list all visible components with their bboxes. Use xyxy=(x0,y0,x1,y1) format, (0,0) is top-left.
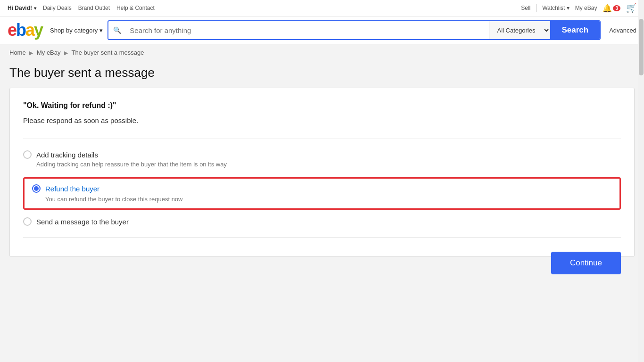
bottom-divider xyxy=(23,237,621,238)
buyer-message-quote: "Ok. Waiting for refund :)" xyxy=(23,101,621,110)
option-add-tracking: Add tracking details Adding tracking can… xyxy=(23,150,621,168)
cart-icon[interactable]: 🛒 xyxy=(626,3,636,13)
shop-by-category[interactable]: Shop by category ▾ xyxy=(50,27,103,34)
scrollbar-track[interactable] xyxy=(638,0,644,274)
ebay-logo[interactable]: ebay xyxy=(8,22,42,39)
radio-dot xyxy=(34,186,39,191)
user-greeting[interactable]: Hi David! ▾ xyxy=(8,5,36,11)
help-contact-link[interactable]: Help & Contact xyxy=(116,5,155,11)
brand-outlet-link[interactable]: Brand Outlet xyxy=(78,5,110,11)
nav-divider xyxy=(536,4,537,12)
option-send-message-row[interactable]: Send a message to the buyer xyxy=(23,217,621,226)
option-refund-buyer-row[interactable]: Refund the buyer xyxy=(32,184,612,193)
greeting-dropdown-arrow: ▾ xyxy=(34,6,36,11)
breadcrumb: Home ▶ My eBay ▶ The buyer sent a messag… xyxy=(0,44,644,61)
my-ebay-link[interactable]: My eBay xyxy=(575,5,597,11)
option-refund-buyer-desc: You can refund the buyer to close this r… xyxy=(45,196,612,203)
breadcrumb-home[interactable]: Home xyxy=(9,49,26,56)
category-select[interactable]: All Categories xyxy=(489,21,550,39)
advanced-search-link[interactable]: Advanced xyxy=(605,27,636,34)
breadcrumb-sep-1: ▶ xyxy=(29,50,33,56)
notification-badge: 3 xyxy=(613,5,620,11)
option-add-tracking-label: Add tracking details xyxy=(36,151,98,159)
greeting-text: Hi David! xyxy=(8,5,32,11)
search-icon: 🔍 xyxy=(113,26,121,34)
search-button[interactable]: Search xyxy=(550,21,600,39)
main-content: "Ok. Waiting for refund :)" Please respo… xyxy=(9,88,635,257)
radio-send-message[interactable] xyxy=(23,217,32,226)
site-header: ebay Shop by category ▾ 🔍 All Categories… xyxy=(0,16,644,44)
watchlist-link[interactable]: Watchlist ▾ xyxy=(542,5,570,11)
option-add-tracking-row[interactable]: Add tracking details xyxy=(23,150,621,159)
top-navigation: Hi David! ▾ Daily Deals Brand Outlet Hel… xyxy=(0,0,644,16)
radio-add-tracking[interactable] xyxy=(23,150,32,159)
logo-y: y xyxy=(34,20,42,40)
logo-text: ebay xyxy=(8,22,42,39)
daily-deals-link[interactable]: Daily Deals xyxy=(43,5,72,11)
top-nav-right: Sell Watchlist ▾ My eBay 🔔 3 🛒 xyxy=(521,3,636,13)
search-input[interactable] xyxy=(126,21,489,39)
breadcrumb-my-ebay[interactable]: My eBay xyxy=(37,49,61,56)
option-add-tracking-desc: Adding tracking can help reassure the bu… xyxy=(36,161,621,168)
radio-refund-buyer[interactable] xyxy=(32,184,41,193)
logo-b: b xyxy=(16,20,25,40)
breadcrumb-sep-2: ▶ xyxy=(64,50,68,56)
section-divider xyxy=(23,139,621,139)
logo-a: a xyxy=(25,20,34,40)
respond-text: Please respond as soon as possible. xyxy=(23,116,621,124)
top-nav-left: Hi David! ▾ Daily Deals Brand Outlet Hel… xyxy=(8,5,155,11)
option-refund-buyer: Refund the buyer You can refund the buye… xyxy=(23,177,621,210)
option-send-message: Send a message to the buyer xyxy=(23,217,621,226)
continue-button[interactable]: Continue xyxy=(551,252,621,274)
breadcrumb-current: The buyer sent a message xyxy=(72,49,144,56)
option-send-message-label: Send a message to the buyer xyxy=(36,218,129,226)
page-title: The buyer sent a message xyxy=(0,61,644,88)
scrollbar-thumb[interactable] xyxy=(639,19,644,75)
option-refund-buyer-label[interactable]: Refund the buyer xyxy=(45,185,99,193)
bell-icon: 🔔 xyxy=(603,4,612,13)
shop-by-label: Shop by category xyxy=(50,27,98,34)
search-icon-wrap: 🔍 xyxy=(108,21,126,39)
logo-e: e xyxy=(8,20,16,40)
sell-link[interactable]: Sell xyxy=(521,5,530,11)
search-bar: 🔍 All Categories Search xyxy=(107,20,601,40)
notification-bell[interactable]: 🔔 3 xyxy=(603,4,620,13)
shop-by-arrow: ▾ xyxy=(99,27,103,34)
